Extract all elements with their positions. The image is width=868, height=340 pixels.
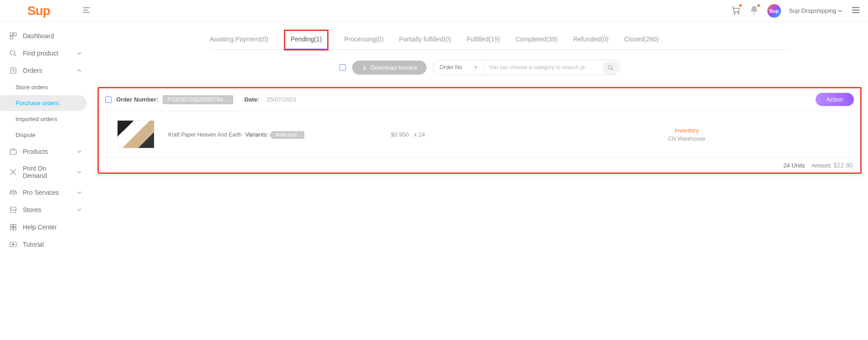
tab-pending[interactable]: Pending(1) bbox=[284, 30, 329, 51]
svg-point-11 bbox=[10, 50, 15, 55]
variants-label: Variants: bbox=[245, 131, 268, 138]
amount-label: Amount: bbox=[812, 162, 832, 169]
sidebar-label: Imported orders bbox=[15, 116, 57, 122]
sidebar-label: Print On Demand bbox=[23, 165, 71, 179]
help-icon bbox=[9, 223, 17, 231]
quantity: x 24 bbox=[414, 131, 425, 138]
user-menu[interactable]: Sup Dropshipping bbox=[789, 7, 842, 14]
svg-rect-20 bbox=[14, 224, 16, 227]
sidebar-label: Help Center bbox=[23, 223, 57, 231]
order-number-label: Order Number: bbox=[116, 96, 158, 103]
chevron-down-icon bbox=[77, 190, 82, 195]
sidebar-item-purchase-orders[interactable]: Purchase orders bbox=[0, 95, 87, 111]
bell-icon[interactable] bbox=[749, 5, 759, 16]
sidebar-item-tutorial[interactable]: Tutorial bbox=[0, 236, 91, 253]
pod-icon bbox=[9, 168, 17, 176]
inventory-link[interactable]: Inventory bbox=[668, 127, 705, 134]
sidebar-item-print-on-demand[interactable]: Print On Demand bbox=[0, 160, 91, 184]
svg-rect-19 bbox=[10, 224, 13, 227]
store-icon bbox=[9, 206, 17, 214]
order-number-value: P20230725020000764 ... bbox=[163, 95, 233, 104]
sidebar-label: Stores bbox=[23, 206, 41, 213]
svg-marker-24 bbox=[13, 244, 15, 246]
main: Awaiting Payment(0) Pending(1) Processin… bbox=[91, 22, 868, 253]
download-icon bbox=[361, 64, 368, 71]
svg-rect-16 bbox=[10, 150, 16, 154]
warehouse-label: CN Warehouse bbox=[668, 136, 705, 142]
sidebar-label: Purchase orders bbox=[15, 100, 59, 107]
search-category-select[interactable]: Order No bbox=[433, 60, 483, 75]
sidebar-item-find-product[interactable]: Find product bbox=[0, 45, 91, 62]
products-icon bbox=[9, 147, 17, 156]
product-info: Kraft Paper Heaven And Earth Variants: W… bbox=[168, 131, 304, 138]
sidebar-label: Orders bbox=[23, 67, 42, 74]
svg-point-4 bbox=[738, 13, 739, 14]
menu-toggle-icon[interactable] bbox=[82, 5, 91, 16]
chevron-down-icon bbox=[838, 9, 842, 13]
tab-partially-fulfilled[interactable]: Partially fulfilled(0) bbox=[399, 31, 451, 49]
sidebar-label: Dispute bbox=[15, 132, 36, 138]
action-button[interactable]: Action bbox=[816, 93, 854, 106]
header-left: Sup bbox=[27, 4, 91, 18]
svg-line-26 bbox=[611, 69, 613, 71]
sidebar-item-imported-orders[interactable]: Imported orders bbox=[0, 111, 91, 127]
sidebar-item-pro-services[interactable]: Pro Services bbox=[0, 184, 91, 201]
order-header: Order Number: P20230725020000764 ... Dat… bbox=[99, 88, 860, 111]
order-checkbox[interactable] bbox=[105, 96, 112, 103]
orders-icon bbox=[9, 66, 17, 75]
search-group: Order No bbox=[433, 60, 620, 75]
sidebar-item-dispute[interactable]: Dispute bbox=[0, 127, 91, 143]
search-button[interactable] bbox=[603, 61, 618, 75]
sidebar-item-orders[interactable]: Orders bbox=[0, 62, 91, 79]
avatar[interactable]: Sup bbox=[767, 4, 781, 18]
search-icon bbox=[607, 65, 614, 71]
units-label: 24 Units bbox=[783, 162, 805, 169]
header-right: Sup Sup Dropshipping bbox=[731, 4, 861, 18]
order-date-label: Date: bbox=[244, 96, 259, 103]
sidebar-label: Find product bbox=[23, 50, 58, 57]
sidebar-item-store-orders[interactable]: Store orders bbox=[0, 79, 91, 95]
chevron-up-icon bbox=[77, 68, 82, 73]
tab-refunded[interactable]: Refunded(0) bbox=[573, 31, 609, 49]
controls-row: Download Invoice Order No bbox=[96, 50, 863, 87]
product-name: Kraft Paper Heaven And Earth bbox=[168, 132, 241, 138]
sidebar: Dashboard Find product Orders Store orde… bbox=[0, 22, 91, 253]
chevron-down-icon bbox=[77, 207, 82, 213]
order-body: Kraft Paper Heaven And Earth Variants: W… bbox=[99, 111, 860, 158]
tabs: Awaiting Payment(0) Pending(1) Processin… bbox=[210, 31, 791, 50]
download-label: Download Invoice bbox=[370, 64, 417, 71]
logo: Sup bbox=[27, 4, 50, 18]
order-date-value: 25/07/2023 bbox=[267, 96, 296, 103]
select-all-checkbox[interactable] bbox=[339, 64, 346, 71]
cart-icon[interactable] bbox=[731, 5, 741, 16]
tab-closed[interactable]: Closed(280) bbox=[624, 31, 659, 49]
search-icon bbox=[9, 49, 17, 57]
price-column: $0.950 x 24 bbox=[391, 131, 425, 138]
scale-icon bbox=[9, 188, 17, 197]
tab-processing[interactable]: Processing(0) bbox=[344, 31, 383, 49]
sidebar-label: Pro Services bbox=[23, 189, 59, 196]
sidebar-label: Products bbox=[23, 148, 48, 155]
order-footer: 24 Units Amount: $22.80 bbox=[99, 158, 860, 173]
amount-value: $22.80 bbox=[833, 162, 853, 169]
tab-awaiting-payment[interactable]: Awaiting Payment(0) bbox=[210, 31, 268, 49]
tab-fulfilled[interactable]: Fulfilled(19) bbox=[467, 31, 500, 49]
sidebar-item-stores[interactable]: Stores bbox=[0, 201, 91, 218]
bell-dot bbox=[757, 4, 760, 7]
tab-completed[interactable]: Completed(39) bbox=[515, 31, 558, 49]
sidebar-item-products[interactable]: Products bbox=[0, 143, 91, 160]
sidebar-item-dashboard[interactable]: Dashboard bbox=[0, 27, 91, 45]
svg-rect-13 bbox=[10, 68, 16, 73]
inventory-column: Inventory CN Warehouse bbox=[668, 127, 705, 142]
header: Sup Sup Sup Dropshipping bbox=[0, 0, 868, 22]
order-card: Order Number: P20230725020000764 ... Dat… bbox=[98, 87, 862, 174]
svg-rect-9 bbox=[14, 33, 16, 36]
search-input[interactable] bbox=[483, 60, 602, 75]
product-thumbnail[interactable] bbox=[117, 120, 154, 148]
hamburger-icon[interactable] bbox=[851, 5, 861, 16]
sidebar-item-help-center[interactable]: Help Center bbox=[0, 218, 91, 236]
dashboard-icon bbox=[9, 32, 17, 40]
chevron-down-icon bbox=[77, 149, 82, 154]
svg-rect-22 bbox=[14, 228, 16, 230]
download-invoice-button[interactable]: Download Invoice bbox=[352, 61, 426, 75]
